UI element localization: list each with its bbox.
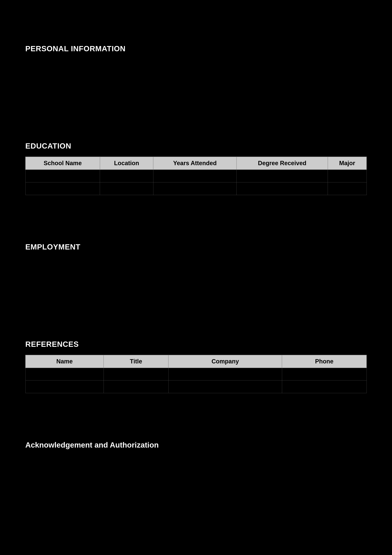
references-col-phone: Phone [282, 355, 367, 368]
education-row-2-location[interactable] [100, 182, 153, 195]
references-row-2-title[interactable] [104, 380, 168, 393]
employment-heading: EMPLOYMENT [25, 242, 367, 251]
references-row-1 [25, 368, 367, 380]
references-row-1-company[interactable] [168, 368, 282, 380]
acknowledgement-section: Acknowledgement and Authorization [25, 441, 367, 490]
personal-info-section: PERSONAL INFORMATION [25, 44, 367, 94]
employment-content [25, 258, 367, 292]
education-table-container: School Name Location Years Attended Degr… [25, 157, 367, 195]
references-col-title: Title [104, 355, 168, 368]
references-table-container: Name Title Company Phone [25, 355, 367, 393]
references-section: REFERENCES Name Title Company Phone [25, 340, 367, 393]
education-row-1-degree[interactable] [236, 170, 328, 182]
education-row-2-degree[interactable] [236, 182, 328, 195]
references-row-2-company[interactable] [168, 380, 282, 393]
personal-info-content [25, 59, 367, 94]
references-heading: REFERENCES [25, 340, 367, 349]
references-row-2 [25, 380, 367, 393]
education-row-2-major[interactable] [328, 182, 367, 195]
references-row-1-title[interactable] [104, 368, 168, 380]
references-table: Name Title Company Phone [25, 355, 367, 393]
education-col-location: Location [100, 157, 153, 170]
education-row-1-major[interactable] [328, 170, 367, 182]
education-row-2-school[interactable] [25, 182, 100, 195]
education-heading: EDUCATION [25, 142, 367, 150]
references-row-1-name[interactable] [25, 368, 104, 380]
education-col-school-name: School Name [25, 157, 100, 170]
employment-section: EMPLOYMENT [25, 242, 367, 292]
references-row-1-phone[interactable] [282, 368, 367, 380]
references-row-2-phone[interactable] [282, 380, 367, 393]
references-table-header-row: Name Title Company Phone [25, 355, 367, 368]
education-col-years-attended: Years Attended [153, 157, 236, 170]
education-table-header-row: School Name Location Years Attended Degr… [25, 157, 367, 170]
page-container: PERSONAL INFORMATION EDUCATION School Na… [0, 0, 392, 555]
education-row-1-location[interactable] [100, 170, 153, 182]
references-col-name: Name [25, 355, 104, 368]
education-row-1-school[interactable] [25, 170, 100, 182]
education-table: School Name Location Years Attended Degr… [25, 157, 367, 195]
education-col-major: Major [328, 157, 367, 170]
education-row-2 [25, 182, 367, 195]
education-section: EDUCATION School Name Location Years Att… [25, 142, 367, 195]
references-row-2-name[interactable] [25, 380, 104, 393]
education-row-2-years[interactable] [153, 182, 236, 195]
education-row-1-years[interactable] [153, 170, 236, 182]
references-col-company: Company [168, 355, 282, 368]
education-row-1 [25, 170, 367, 182]
education-col-degree-received: Degree Received [236, 157, 328, 170]
personal-info-heading: PERSONAL INFORMATION [25, 44, 367, 53]
acknowledgement-content [25, 456, 367, 490]
acknowledgement-heading: Acknowledgement and Authorization [25, 441, 367, 449]
